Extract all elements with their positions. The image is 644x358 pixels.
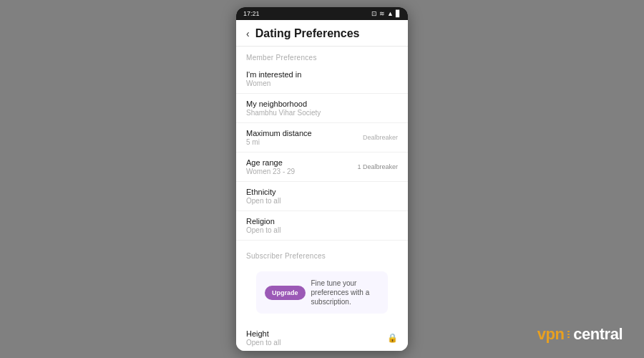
preference-ethnicity-value: Open to all <box>246 197 280 205</box>
status-icon-signal: ▲ <box>387 10 394 17</box>
status-icon-sim: ⊡ <box>371 10 377 17</box>
preference-distance[interactable]: Maximum distance 5 mi Dealbreaker <box>236 123 408 153</box>
vpn-separator-icon <box>567 331 570 338</box>
preference-neighborhood-value: Shambhu Vihar Society <box>246 109 321 117</box>
vpn-text-2: central <box>573 325 623 344</box>
upgrade-banner-wrapper: Upgrade Fine tune your preferences with … <box>236 263 408 324</box>
preference-religion[interactable]: Religion Open to all <box>236 211 408 241</box>
preference-height-label: Height <box>246 329 280 338</box>
subscriber-preferences-label: Subscriber Preferences <box>236 245 408 263</box>
preference-age-range[interactable]: Age range Women 23 - 29 1 Dealbreaker <box>236 153 408 182</box>
upgrade-banner: Upgrade Fine tune your preferences with … <box>256 271 388 314</box>
preference-age-range-label: Age range <box>246 158 295 167</box>
status-time: 17:21 <box>243 10 260 17</box>
preference-distance-label: Maximum distance <box>246 129 312 137</box>
content-area: Member Preferences I'm interested in Wom… <box>236 47 408 351</box>
preference-height[interactable]: Height Open to all 🔒 <box>236 324 408 351</box>
upgrade-button[interactable]: Upgrade <box>265 286 306 300</box>
preference-ethnicity-left: Ethnicity Open to all <box>246 188 280 205</box>
status-icons: ⊡ ≋ ▲ ▊ <box>371 10 401 17</box>
age-dealbreaker-count: 1 Dealbreaker <box>357 163 398 170</box>
preference-distance-value: 5 mi <box>246 138 312 146</box>
preference-interested-in-label: I'm interested in <box>246 70 301 79</box>
preference-age-range-value: Women 23 - 29 <box>246 168 295 175</box>
back-button[interactable]: ‹ <box>246 28 250 39</box>
status-icon-battery: ▊ <box>396 10 401 17</box>
preference-religion-label: Religion <box>246 217 280 226</box>
preference-age-range-left: Age range Women 23 - 29 <box>246 158 295 175</box>
status-bar: 17:21 ⊡ ≋ ▲ ▊ <box>236 7 408 20</box>
preference-neighborhood-label: My neighborhood <box>246 100 321 108</box>
preference-neighborhood[interactable]: My neighborhood Shambhu Vihar Society <box>236 94 408 123</box>
status-icon-wifi: ≋ <box>379 10 385 17</box>
preference-interested-in[interactable]: I'm interested in Women <box>236 64 408 94</box>
height-lock-icon: 🔒 <box>387 333 398 343</box>
preference-ethnicity[interactable]: Ethnicity Open to all <box>236 182 408 211</box>
app-header: ‹ Dating Preferences <box>236 20 408 47</box>
page-title: Dating Preferences <box>255 27 360 40</box>
preference-height-value: Open to all <box>246 339 280 347</box>
distance-dealbreaker-badge: Dealbreaker <box>363 134 398 141</box>
vpn-watermark: vpn central <box>537 325 623 344</box>
preference-religion-value: Open to all <box>246 226 280 234</box>
vpn-text-1: vpn <box>537 325 565 344</box>
preference-interested-in-value: Women <box>246 79 301 87</box>
preference-ethnicity-label: Ethnicity <box>246 188 280 196</box>
phone-frame: 17:21 ⊡ ≋ ▲ ▊ ‹ Dating Preferences Membe… <box>236 7 408 351</box>
preference-neighborhood-left: My neighborhood Shambhu Vihar Society <box>246 100 321 117</box>
preference-height-left: Height Open to all <box>246 329 280 347</box>
member-preferences-label: Member Preferences <box>236 47 408 64</box>
preference-distance-left: Maximum distance 5 mi <box>246 129 312 146</box>
preference-religion-left: Religion Open to all <box>246 217 280 234</box>
preference-interested-in-left: I'm interested in Women <box>246 70 301 87</box>
upgrade-text: Fine tune your preferences with a subscr… <box>311 279 379 306</box>
